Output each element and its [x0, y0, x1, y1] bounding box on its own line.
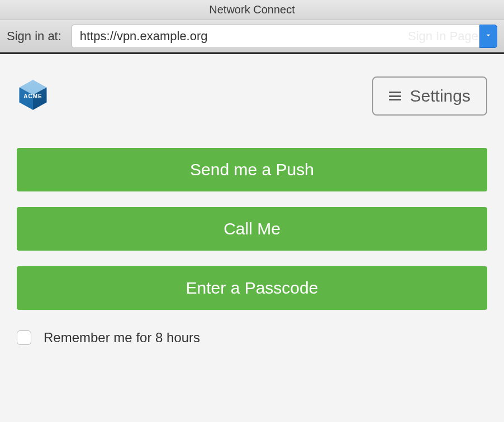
remember-checkbox[interactable]: [17, 330, 31, 345]
remember-label: Remember me for 8 hours: [44, 330, 200, 346]
brand-logo: ACME: [17, 80, 49, 112]
settings-label: Settings: [410, 87, 470, 106]
window-title: Network Connect: [209, 3, 294, 16]
url-dropdown-button[interactable]: [479, 25, 497, 48]
auth-panel: ACME Settings Send me a Push Call Me Ent…: [0, 54, 504, 346]
hamburger-icon: [389, 92, 401, 100]
signin-label: Sign in at:: [7, 29, 61, 44]
signin-toolbar: Sign in at: Sign In Page: [0, 20, 504, 52]
chevron-down-icon: [484, 31, 493, 42]
call-me-button[interactable]: Call Me: [17, 207, 487, 251]
signin-url-input[interactable]: [72, 25, 479, 48]
url-field-wrap: Sign In Page: [72, 25, 497, 48]
send-push-button[interactable]: Send me a Push: [17, 148, 487, 191]
header-row: ACME Settings: [17, 76, 487, 116]
brand-text: ACME: [23, 93, 42, 99]
remember-row: Remember me for 8 hours: [17, 330, 487, 346]
settings-button[interactable]: Settings: [372, 76, 487, 116]
window-titlebar: Network Connect: [0, 0, 504, 20]
enter-passcode-button[interactable]: Enter a Passcode: [17, 266, 487, 310]
